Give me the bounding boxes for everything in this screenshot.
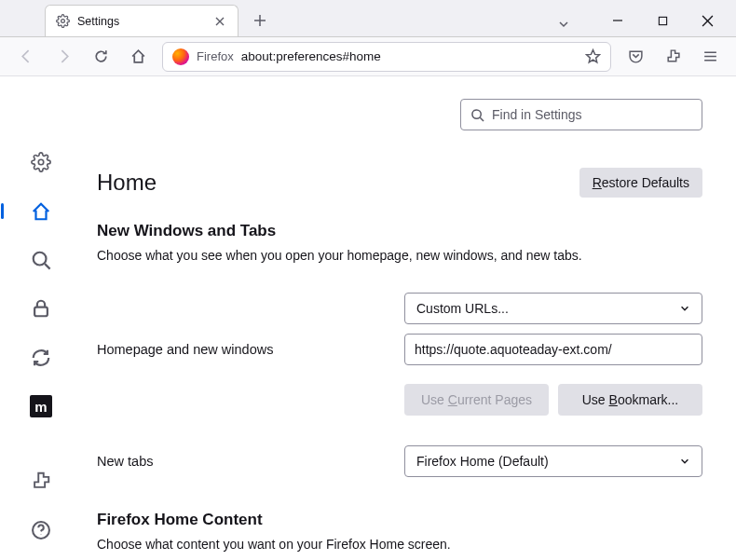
- sidebar-item-search[interactable]: [27, 249, 55, 271]
- sidebar-item-more[interactable]: m: [27, 395, 55, 417]
- newtabs-label: New tabs: [97, 454, 404, 469]
- homepage-select[interactable]: Custom URLs...: [404, 293, 702, 324]
- svg-point-0: [61, 20, 64, 23]
- sidebar-item-general[interactable]: [27, 151, 55, 173]
- firefox-logo-icon: [172, 48, 189, 65]
- use-bookmark-button[interactable]: Use Bookmark...: [558, 384, 702, 416]
- section-title-home-content: Firefox Home Content: [97, 511, 702, 529]
- svg-point-6: [472, 109, 481, 117]
- homepage-label: Homepage and new windows: [97, 342, 404, 357]
- settings-main: Home Restore Defaults New Windows and Ta…: [82, 76, 736, 560]
- section-desc: Choose what you see when you open your h…: [97, 248, 702, 263]
- url-text: about:preferences#home: [241, 49, 381, 63]
- browser-tab[interactable]: Settings: [45, 5, 239, 36]
- navbar: Firefox about:preferences#home: [0, 37, 736, 76]
- section-desc-2: Choose what content you want on your Fir…: [97, 537, 702, 552]
- settings-search-input[interactable]: [492, 107, 692, 122]
- svg-rect-1: [659, 17, 666, 24]
- sidebar-item-sync[interactable]: [27, 347, 55, 369]
- svg-rect-4: [34, 307, 48, 317]
- page-title: Home: [97, 170, 157, 196]
- section-title-new-windows: New Windows and Tabs: [97, 222, 702, 240]
- restore-defaults-button[interactable]: Restore Defaults: [579, 168, 702, 198]
- menu-button[interactable]: [697, 44, 723, 70]
- sidebar-item-help[interactable]: [27, 519, 55, 541]
- svg-point-2: [38, 159, 44, 165]
- tab-label: Settings: [77, 15, 204, 28]
- pocket-button[interactable]: [622, 44, 648, 70]
- settings-sidebar: m: [0, 76, 82, 560]
- url-bar[interactable]: Firefox about:preferences#home: [162, 42, 611, 72]
- m-icon: m: [30, 395, 52, 417]
- search-icon: [470, 108, 484, 122]
- svg-point-3: [34, 253, 47, 266]
- chevron-down-icon: [679, 303, 690, 314]
- url-label: Firefox: [197, 49, 234, 63]
- close-icon[interactable]: [211, 13, 228, 30]
- window-controls: [607, 10, 717, 31]
- sidebar-item-privacy[interactable]: [27, 297, 55, 320]
- close-window-button[interactable]: [697, 10, 717, 31]
- back-button[interactable]: [13, 44, 39, 70]
- forward-button[interactable]: [50, 44, 76, 70]
- content: m Home Restore Defaults New Windows and …: [0, 76, 736, 560]
- sidebar-item-extensions[interactable]: [27, 470, 55, 492]
- use-current-pages-button[interactable]: Use Current Pages: [404, 384, 549, 416]
- homepage-url-input[interactable]: [404, 334, 702, 365]
- select-value: Firefox Home (Default): [416, 454, 549, 469]
- newtabs-select[interactable]: Firefox Home (Default): [404, 445, 702, 477]
- minimize-button[interactable]: [607, 10, 628, 31]
- extensions-button[interactable]: [660, 44, 686, 70]
- home-button[interactable]: [125, 44, 151, 70]
- new-tab-button[interactable]: [246, 7, 274, 34]
- gear-icon: [55, 14, 70, 29]
- reload-button[interactable]: [88, 44, 114, 70]
- chevron-down-icon[interactable]: [557, 18, 570, 31]
- settings-search[interactable]: [460, 99, 702, 130]
- sidebar-item-home[interactable]: [27, 199, 55, 222]
- chevron-down-icon: [679, 456, 690, 467]
- maximize-button[interactable]: [652, 10, 673, 31]
- bookmark-star-icon[interactable]: [585, 48, 601, 64]
- titlebar: Settings: [0, 0, 736, 37]
- select-value: Custom URLs...: [416, 301, 509, 316]
